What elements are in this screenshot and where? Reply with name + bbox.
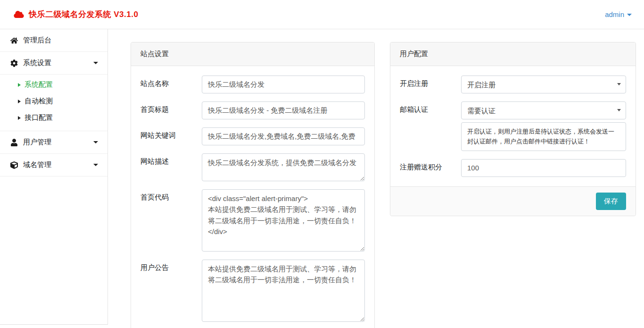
chevron-down-icon <box>627 14 632 16</box>
site-name-input[interactable] <box>202 76 365 93</box>
user-config-card-footer: 保存 <box>390 186 636 216</box>
email-verify-help-text: 开启认证，则用户注册后是待认证状态，系统会发送一封认证邮件，用户点击邮件中链接进… <box>461 122 626 151</box>
user-icon <box>10 139 18 146</box>
caret-right-icon <box>18 116 21 120</box>
gear-icon <box>10 59 18 67</box>
brand-link[interactable]: 快乐二级域名分发系统 V3.1.0 <box>13 9 138 20</box>
sidebar-item-system-settings[interactable]: 系统设置 <box>0 52 107 75</box>
site-description-label: 网站描述 <box>140 153 202 181</box>
sidebar-label-domain-management: 域名管理 <box>23 160 93 169</box>
cloud-icon <box>13 10 25 18</box>
sidebar-label-auto-check: 自动检测 <box>25 97 53 106</box>
sidebar-item-system-config[interactable]: 系统配置 <box>0 76 107 93</box>
system-settings-submenu: 系统配置 自动检测 接口配置 <box>0 75 107 131</box>
sidebar-label-system-config: 系统配置 <box>25 80 53 89</box>
site-settings-card: 站点设置 站点名称 首页标题 网站关键词 <box>131 42 375 328</box>
register-points-input[interactable] <box>461 159 626 177</box>
email-verify-select[interactable]: 需要认证 <box>461 101 626 119</box>
sidebar-item-api-config[interactable]: 接口配置 <box>0 109 107 126</box>
home-code-textarea[interactable]: <div class="alert alert-primary"> 本站提供免费… <box>202 189 365 252</box>
site-description-textarea[interactable]: 快乐二级域名分发系统，提供免费二级域名分发 <box>202 153 365 181</box>
caret-right-icon <box>18 100 21 103</box>
keywords-label: 网站关键词 <box>140 127 202 145</box>
top-header: 快乐二级域名分发系统 V3.1.0 admin <box>0 0 644 29</box>
brand-title: 快乐二级域名分发系统 V3.1.0 <box>29 9 138 20</box>
email-verify-label: 邮箱认证 <box>400 101 461 151</box>
user-config-card-title: 用户配置 <box>390 42 636 66</box>
home-title-input[interactable] <box>202 101 365 119</box>
user-name: admin <box>605 10 624 18</box>
sidebar-item-dashboard[interactable]: 管理后台 <box>0 29 107 52</box>
home-code-label: 首页代码 <box>140 189 202 252</box>
sidebar-item-auto-check[interactable]: 自动检测 <box>0 93 107 109</box>
site-settings-card-title: 站点设置 <box>131 42 374 66</box>
keywords-input[interactable] <box>202 127 365 145</box>
sidebar-item-domain-management[interactable]: 域名管理 <box>0 154 107 177</box>
cube-icon <box>10 161 18 169</box>
sidebar-label-system-settings: 系统设置 <box>23 59 93 67</box>
main-content: 站点设置 站点名称 首页标题 网站关键词 <box>108 29 644 328</box>
home-title-label: 首页标题 <box>140 101 202 119</box>
sidebar: 管理后台 系统设置 系统配置 自动检测 接口配置 <box>0 29 108 325</box>
user-notice-label: 用户公告 <box>140 260 202 322</box>
home-icon <box>10 37 18 44</box>
sidebar-label-user-management: 用户管理 <box>23 138 93 147</box>
user-config-card: 用户配置 开启注册 开启注册 邮箱认证 <box>390 42 636 216</box>
site-name-label: 站点名称 <box>140 76 202 93</box>
chevron-down-icon <box>93 141 98 143</box>
user-dropdown[interactable]: admin <box>605 10 632 18</box>
sidebar-label-dashboard: 管理后台 <box>23 36 98 45</box>
sidebar-item-user-management[interactable]: 用户管理 <box>0 131 107 154</box>
chevron-down-icon <box>93 164 98 166</box>
save-button[interactable]: 保存 <box>596 193 626 210</box>
chevron-down-icon <box>93 62 98 64</box>
caret-right-icon <box>18 83 21 87</box>
register-toggle-label: 开启注册 <box>400 76 461 93</box>
register-points-label: 注册赠送积分 <box>400 159 461 177</box>
register-toggle-select[interactable]: 开启注册 <box>461 76 626 93</box>
sidebar-label-api-config: 接口配置 <box>25 113 53 122</box>
user-notice-textarea[interactable]: 本站提供免费二级域名用于测试、学习等，请勿将二级域名用于一切非法用途，一切责任自… <box>202 260 365 322</box>
